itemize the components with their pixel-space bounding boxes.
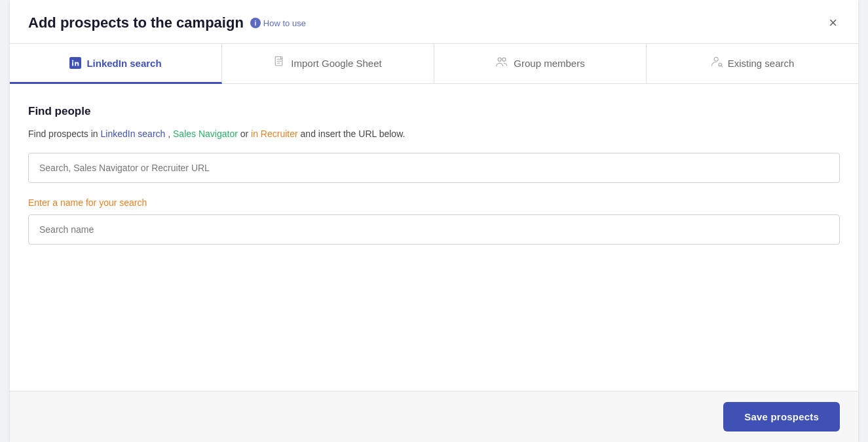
tabs-container: LinkedIn search Import Google Sheet — [10, 44, 858, 84]
tab-group-members-label: Group members — [514, 58, 584, 69]
desc-plain2: , — [168, 129, 173, 139]
desc-plain4: and insert the URL below. — [301, 129, 406, 139]
linkedin-icon — [69, 57, 81, 69]
modal-overlay: Add prospects to the campaign i How to u… — [0, 0, 868, 442]
modal-body: Find people Find prospects in LinkedIn s… — [10, 84, 858, 391]
existing-icon — [711, 56, 723, 70]
close-button[interactable]: × — [826, 13, 840, 33]
tab-linkedin-label: LinkedIn search — [86, 58, 161, 69]
desc-plain1: Find prospects in — [28, 129, 101, 139]
modal: Add prospects to the campaign i How to u… — [10, 0, 858, 442]
url-input[interactable] — [28, 153, 840, 183]
description: Find prospects in LinkedIn search , Sale… — [28, 127, 840, 141]
modal-footer: Save prospects — [10, 391, 858, 442]
group-icon — [495, 56, 508, 70]
how-to-use-link[interactable]: i How to use — [250, 18, 306, 28]
tab-existing-search-label: Existing search — [728, 58, 795, 69]
modal-header: Add prospects to the campaign i How to u… — [10, 0, 858, 44]
how-to-use-label: How to use — [263, 18, 306, 28]
desc-plain3: or — [240, 129, 251, 139]
info-icon: i — [250, 18, 261, 28]
tab-group-members[interactable]: Group members — [434, 44, 647, 84]
tab-linkedin[interactable]: LinkedIn search — [10, 44, 222, 84]
name-input[interactable] — [28, 214, 840, 245]
sheet-icon — [274, 56, 286, 70]
svg-point-4 — [714, 57, 718, 61]
modal-title: Add prospects to the campaign — [28, 14, 244, 31]
tab-google-sheet[interactable]: Import Google Sheet — [222, 44, 434, 84]
save-prospects-button[interactable]: Save prospects — [723, 402, 840, 432]
tab-existing-search[interactable]: Existing search — [647, 44, 858, 84]
modal-title-group: Add prospects to the campaign i How to u… — [28, 14, 306, 31]
linkedin-search-link[interactable]: LinkedIn search — [101, 129, 166, 139]
sales-navigator-link[interactable]: Sales Navigator — [173, 129, 238, 139]
section-title: Find people — [28, 105, 840, 118]
name-label-text: Enter a name for your search — [28, 197, 147, 208]
tab-google-sheet-label: Import Google Sheet — [291, 58, 381, 69]
svg-point-2 — [498, 58, 501, 61]
svg-point-3 — [502, 58, 506, 61]
recruiter-link[interactable]: in Recruiter — [251, 129, 298, 139]
name-label: Enter a name for your search — [28, 197, 840, 208]
